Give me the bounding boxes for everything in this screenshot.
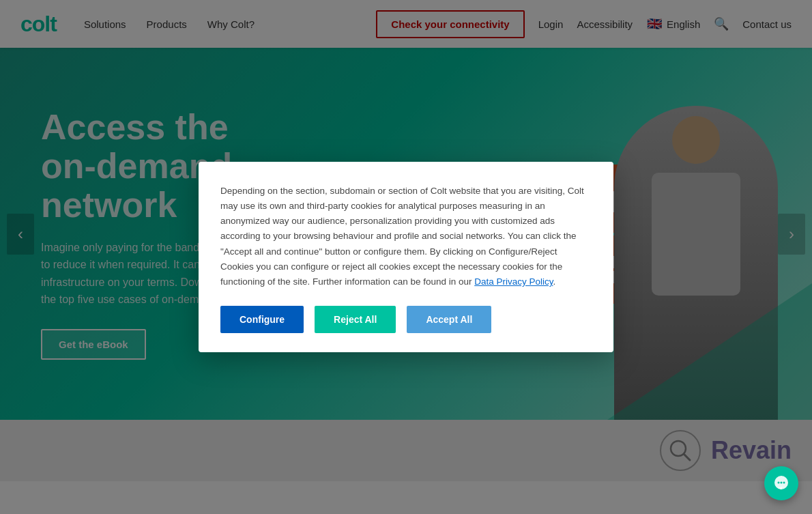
- svg-point-21: [781, 482, 783, 484]
- privacy-policy-link[interactable]: Data Privacy Policy: [474, 276, 553, 287]
- svg-point-22: [783, 482, 785, 484]
- reject-all-button[interactable]: Reject All: [315, 306, 396, 333]
- cookie-body-text: Depending on the section, subdomain or s…: [220, 184, 592, 290]
- accept-all-button[interactable]: Accept All: [407, 306, 491, 333]
- cookie-buttons: Configure Reject All Accept All: [220, 306, 592, 333]
- svg-point-20: [778, 482, 780, 484]
- chat-bubble-button[interactable]: [764, 466, 798, 500]
- configure-button[interactable]: Configure: [220, 306, 304, 333]
- cookie-modal: Depending on the section, subdomain or s…: [199, 162, 613, 353]
